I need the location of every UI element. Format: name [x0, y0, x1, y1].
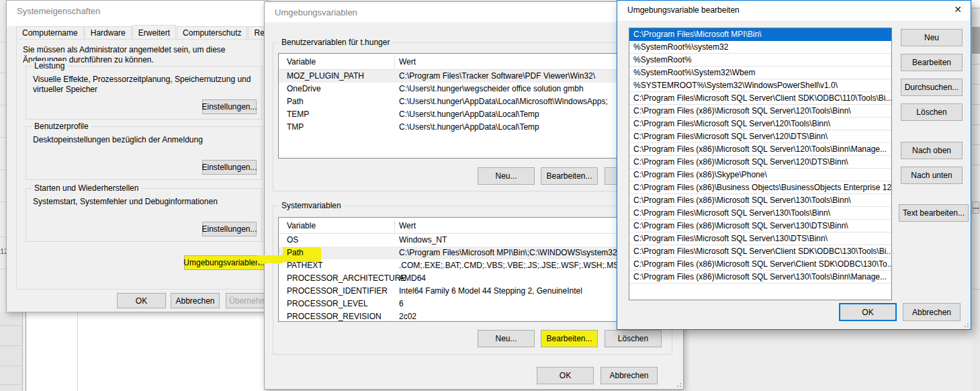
system-properties-dialog: Systemeigenschaften ComputernameHardware…: [6, 0, 268, 312]
edit-variable-titlebar[interactable]: Umgebungsvariable bearbeiten ✕: [617, 1, 971, 21]
desktop: 12 Systemeigenschaften ComputernameHardw…: [0, 0, 980, 391]
path-list-item[interactable]: %SystemRoot%: [629, 54, 891, 67]
cancel-button[interactable]: Abbrechen: [600, 367, 658, 384]
user-variables-table[interactable]: Variable Wert MOZ_PLUGIN_PATHC:\Program …: [278, 53, 671, 159]
tab-computername[interactable]: Computername: [16, 26, 84, 39]
ok-button[interactable]: OK: [537, 367, 594, 384]
path-list-item[interactable]: C:\Program Files (x86)\Microsoft SQL Ser…: [629, 143, 891, 156]
path-list-item[interactable]: C:\Program Files\Microsoft SQL Server\Cl…: [629, 92, 891, 105]
path-list-item[interactable]: C:\Program Files\Microsoft SQL Server\13…: [629, 232, 891, 245]
user-new-button[interactable]: Neu...: [478, 167, 535, 185]
path-list-item[interactable]: C:\Program Files (x86)\Microsoft SQL Ser…: [629, 156, 891, 169]
path-list-item[interactable]: C:\Program Files\Microsoft SQL Server\13…: [629, 207, 891, 220]
tab-erweitert[interactable]: Erweitert: [132, 25, 176, 39]
resize-grip[interactable]: [962, 320, 969, 327]
ok-button[interactable]: OK: [117, 293, 166, 308]
move-down-button[interactable]: Nach unten: [901, 167, 963, 184]
umgebungsvariablen-button[interactable]: Umgebungsvariablen...: [184, 255, 266, 270]
variable-name: MOZ_PLUGIN_PATH: [287, 70, 364, 83]
path-list-item[interactable]: C:\Program Files\Microsoft SQL Server\12…: [629, 118, 891, 130]
variable-name: PROCESSOR_ARCHITECTURE: [287, 272, 406, 285]
user-edit-button[interactable]: Bearbeiten...: [541, 167, 598, 185]
table-header: Variable Wert: [279, 54, 670, 70]
system-properties-tabs: ComputernameHardwareErweitertComputersch…: [16, 26, 289, 40]
dialog-title: Umgebungsvariablen: [275, 7, 357, 17]
path-list-item[interactable]: %SYSTEMROOT%\System32\WindowsPowerShell\…: [629, 79, 891, 92]
edit-environment-variable-dialog: Umgebungsvariable bearbeiten ✕ C:\Progra…: [617, 0, 971, 330]
path-list-item[interactable]: C:\Program Files (x86)\Microsoft SQL Ser…: [629, 105, 891, 118]
group-title: Starten und Wiederherstellen: [32, 183, 141, 193]
path-list-item[interactable]: C:\Program Files (x86)\Skype\Phone\: [629, 169, 891, 181]
cancel-button[interactable]: Abbrechen: [903, 303, 961, 321]
path-list-item[interactable]: C:\Program Files (x86)\Microsoft SQL Ser…: [629, 258, 891, 271]
group-benutzerprofile: Benutzerprofile Desktopeinstellungen bez…: [26, 126, 262, 180]
path-list-item[interactable]: C:\Program Files\Microsoft MPI\Bin\: [629, 28, 891, 41]
variable-name: TEMP: [287, 108, 309, 121]
system-properties-titlebar[interactable]: Systemeigenschaften: [7, 1, 267, 26]
benutzerprofile-einstellungen-button[interactable]: Einstellungen...: [202, 160, 257, 175]
highlight-annotation-streak: [257, 255, 283, 263]
variable-name: Path: [287, 95, 304, 108]
column-variable[interactable]: Variable: [287, 57, 316, 67]
group-starten-wiederherstellen: Starten und Wiederherstellen Systemstart…: [26, 188, 262, 242]
path-list-item[interactable]: %SystemRoot%\System32\Wbem: [629, 67, 891, 79]
table-row[interactable]: PROCESSOR_LEVEL6: [279, 298, 670, 310]
system-delete-button[interactable]: Löschen: [605, 330, 662, 347]
path-list-item[interactable]: C:\Program Files\Microsoft SQL Server\12…: [629, 130, 891, 143]
tab-panel-erweitert: Sie müssen als Administrator angemeldet …: [16, 39, 266, 290]
column-wert[interactable]: Wert: [399, 57, 416, 67]
background-divider: [77, 312, 78, 391]
variable-name: PROCESSOR_IDENTIFIER: [287, 285, 388, 298]
variable-name: Path: [287, 247, 304, 259]
new-button[interactable]: Neu: [901, 29, 963, 46]
table-row[interactable]: PathC:\Program Files\Microsoft MPI\Bin\;…: [279, 247, 670, 259]
table-row[interactable]: PROCESSOR_ARCHITECTUREAMD64: [279, 272, 670, 285]
table-header: Variable Wert: [279, 218, 670, 234]
system-edit-button[interactable]: Bearbeiten...: [541, 330, 598, 347]
column-variable[interactable]: Variable: [287, 221, 316, 230]
edit-text-button[interactable]: Text bearbeiten...: [899, 204, 969, 222]
table-row[interactable]: TMPC:\Users\t.hunger\AppData\Local\Temp: [279, 121, 670, 134]
background-text-fragment: 12: [0, 247, 6, 255]
path-list-item[interactable]: C:\Program Files (x86)\Microsoft SQL Ser…: [629, 220, 891, 232]
table-row[interactable]: PROCESSOR_IDENTIFIERIntel64 Family 6 Mod…: [279, 285, 670, 298]
starten-einstellungen-button[interactable]: Einstellungen...: [202, 222, 257, 236]
column-wert[interactable]: Wert: [399, 221, 416, 230]
path-list-item[interactable]: %SystemRoot%\system32: [629, 41, 891, 54]
close-icon[interactable]: ✕: [948, 1, 968, 18]
table-row[interactable]: PathC:\Users\t.hunger\AppData\Local\Micr…: [279, 95, 670, 108]
group-title: Benutzerprofile: [32, 122, 91, 131]
group-leistung: Leistung Visuelle Effekte, Prozessorzeit…: [26, 66, 262, 120]
table-row[interactable]: TEMPC:\Users\t.hunger\AppData\Local\Temp: [279, 108, 670, 121]
background-content-area: [26, 312, 265, 391]
path-list-item[interactable]: C:\Program Files (x86)\Microsoft SQL Ser…: [629, 271, 891, 284]
edit-button[interactable]: Bearbeiten: [901, 54, 963, 71]
tab-hardware[interactable]: Hardware: [85, 26, 132, 39]
leistung-einstellungen-button[interactable]: Einstellungen...: [202, 99, 257, 114]
variable-name: OS: [287, 234, 298, 247]
tab-computerschutz[interactable]: Computerschutz: [177, 26, 247, 39]
path-entries-list[interactable]: C:\Program Files\Microsoft MPI\Bin\%Syst…: [629, 28, 892, 300]
path-list-item[interactable]: C:\Program Files (x86)\Business Objects\…: [629, 181, 891, 194]
table-row[interactable]: OSWindows_NT: [279, 234, 670, 247]
group-title: Systemvariablen: [279, 201, 344, 210]
delete-button[interactable]: Löschen: [901, 103, 963, 121]
cancel-button[interactable]: Abbrechen: [171, 293, 220, 308]
browse-button[interactable]: Durchsuchen...: [901, 79, 963, 96]
resize-grip[interactable]: [674, 380, 681, 387]
path-list-item[interactable]: C:\Program Files\Microsoft SQL Server\Cl…: [629, 245, 891, 258]
ok-button[interactable]: OK: [839, 303, 897, 321]
table-row[interactable]: PATHEXT.COM;.EXE;.BAT;.CMD;.VBS;.VBE;.JS…: [279, 259, 670, 272]
variable-name: PROCESSOR_LEVEL: [287, 298, 368, 310]
variable-name: OneDrive: [287, 83, 321, 95]
background-mini-button: [972, 202, 979, 214]
system-new-button[interactable]: Neu...: [478, 330, 535, 347]
table-row[interactable]: PROCESSOR_REVISION2c02: [279, 310, 670, 323]
table-row[interactable]: OneDriveC:\Users\t.hunger\wegscheider of…: [279, 83, 670, 95]
table-row[interactable]: MOZ_PLUGIN_PATHC:\Program Files\Tracker …: [279, 70, 670, 83]
path-list-item[interactable]: C:\Program Files (x86)\Microsoft SQL Ser…: [629, 194, 891, 207]
move-up-button[interactable]: Nach oben: [901, 142, 963, 159]
group-description: Visuelle Effekte, Prozessorzeitplanung, …: [33, 75, 258, 95]
system-variables-table[interactable]: Variable Wert OSWindows_NTPathC:\Program…: [278, 217, 671, 322]
background-window-right-edge: [972, 0, 980, 391]
